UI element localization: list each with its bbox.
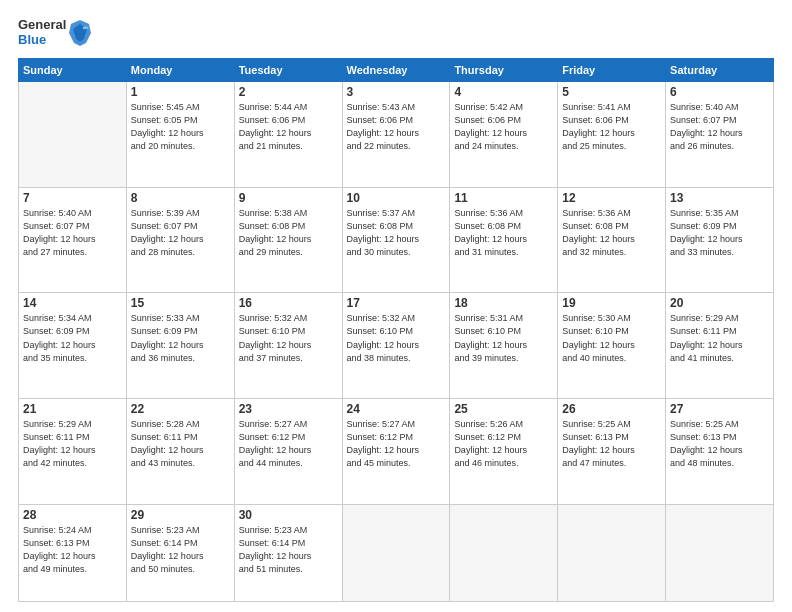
- calendar-cell: 26Sunrise: 5:25 AMSunset: 6:13 PMDayligh…: [558, 399, 666, 505]
- day-number: 22: [131, 402, 230, 416]
- calendar-cell: 23Sunrise: 5:27 AMSunset: 6:12 PMDayligh…: [234, 399, 342, 505]
- calendar-cell: 5Sunrise: 5:41 AMSunset: 6:06 PMDaylight…: [558, 81, 666, 187]
- calendar-cell: 9Sunrise: 5:38 AMSunset: 6:08 PMDaylight…: [234, 187, 342, 293]
- calendar-cell: [450, 505, 558, 602]
- day-info: Sunrise: 5:25 AMSunset: 6:13 PMDaylight:…: [562, 418, 661, 470]
- calendar-cell: 3Sunrise: 5:43 AMSunset: 6:06 PMDaylight…: [342, 81, 450, 187]
- calendar-cell: 19Sunrise: 5:30 AMSunset: 6:10 PMDayligh…: [558, 293, 666, 399]
- day-info: Sunrise: 5:31 AMSunset: 6:10 PMDaylight:…: [454, 312, 553, 364]
- calendar-cell: 16Sunrise: 5:32 AMSunset: 6:10 PMDayligh…: [234, 293, 342, 399]
- day-number: 15: [131, 296, 230, 310]
- calendar-cell: [558, 505, 666, 602]
- col-header-friday: Friday: [558, 58, 666, 81]
- day-info: Sunrise: 5:32 AMSunset: 6:10 PMDaylight:…: [347, 312, 446, 364]
- calendar-cell: 20Sunrise: 5:29 AMSunset: 6:11 PMDayligh…: [666, 293, 774, 399]
- day-number: 3: [347, 85, 446, 99]
- day-number: 6: [670, 85, 769, 99]
- day-number: 4: [454, 85, 553, 99]
- day-info: Sunrise: 5:30 AMSunset: 6:10 PMDaylight:…: [562, 312, 661, 364]
- day-number: 2: [239, 85, 338, 99]
- week-row: 1Sunrise: 5:45 AMSunset: 6:05 PMDaylight…: [19, 81, 774, 187]
- calendar-cell: 7Sunrise: 5:40 AMSunset: 6:07 PMDaylight…: [19, 187, 127, 293]
- calendar-cell: 1Sunrise: 5:45 AMSunset: 6:05 PMDaylight…: [126, 81, 234, 187]
- calendar-table: SundayMondayTuesdayWednesdayThursdayFrid…: [18, 58, 774, 602]
- calendar-cell: 29Sunrise: 5:23 AMSunset: 6:14 PMDayligh…: [126, 505, 234, 602]
- day-number: 26: [562, 402, 661, 416]
- calendar-cell: 15Sunrise: 5:33 AMSunset: 6:09 PMDayligh…: [126, 293, 234, 399]
- day-info: Sunrise: 5:28 AMSunset: 6:11 PMDaylight:…: [131, 418, 230, 470]
- col-header-thursday: Thursday: [450, 58, 558, 81]
- day-info: Sunrise: 5:35 AMSunset: 6:09 PMDaylight:…: [670, 207, 769, 259]
- day-info: Sunrise: 5:29 AMSunset: 6:11 PMDaylight:…: [23, 418, 122, 470]
- day-number: 21: [23, 402, 122, 416]
- calendar-cell: 4Sunrise: 5:42 AMSunset: 6:06 PMDaylight…: [450, 81, 558, 187]
- day-number: 7: [23, 191, 122, 205]
- calendar-cell: 18Sunrise: 5:31 AMSunset: 6:10 PMDayligh…: [450, 293, 558, 399]
- col-header-monday: Monday: [126, 58, 234, 81]
- calendar-cell: 6Sunrise: 5:40 AMSunset: 6:07 PMDaylight…: [666, 81, 774, 187]
- day-info: Sunrise: 5:33 AMSunset: 6:09 PMDaylight:…: [131, 312, 230, 364]
- day-info: Sunrise: 5:44 AMSunset: 6:06 PMDaylight:…: [239, 101, 338, 153]
- day-number: 18: [454, 296, 553, 310]
- day-info: Sunrise: 5:37 AMSunset: 6:08 PMDaylight:…: [347, 207, 446, 259]
- day-info: Sunrise: 5:29 AMSunset: 6:11 PMDaylight:…: [670, 312, 769, 364]
- calendar-cell: 12Sunrise: 5:36 AMSunset: 6:08 PMDayligh…: [558, 187, 666, 293]
- logo: General Blue: [18, 18, 91, 48]
- day-number: 30: [239, 508, 338, 522]
- col-header-tuesday: Tuesday: [234, 58, 342, 81]
- day-number: 29: [131, 508, 230, 522]
- page: General Blue SundayMondayTuesdayWednesda…: [0, 0, 792, 612]
- col-header-wednesday: Wednesday: [342, 58, 450, 81]
- calendar-cell: [666, 505, 774, 602]
- header-row: SundayMondayTuesdayWednesdayThursdayFrid…: [19, 58, 774, 81]
- calendar-cell: 2Sunrise: 5:44 AMSunset: 6:06 PMDaylight…: [234, 81, 342, 187]
- day-info: Sunrise: 5:34 AMSunset: 6:09 PMDaylight:…: [23, 312, 122, 364]
- week-row: 7Sunrise: 5:40 AMSunset: 6:07 PMDaylight…: [19, 187, 774, 293]
- day-info: Sunrise: 5:43 AMSunset: 6:06 PMDaylight:…: [347, 101, 446, 153]
- day-number: 19: [562, 296, 661, 310]
- logo-blue: Blue: [18, 33, 66, 48]
- day-number: 23: [239, 402, 338, 416]
- day-number: 27: [670, 402, 769, 416]
- day-info: Sunrise: 5:23 AMSunset: 6:14 PMDaylight:…: [239, 524, 338, 576]
- logo-general: General: [18, 18, 66, 33]
- calendar-cell: 24Sunrise: 5:27 AMSunset: 6:12 PMDayligh…: [342, 399, 450, 505]
- calendar-cell: 10Sunrise: 5:37 AMSunset: 6:08 PMDayligh…: [342, 187, 450, 293]
- week-row: 21Sunrise: 5:29 AMSunset: 6:11 PMDayligh…: [19, 399, 774, 505]
- day-info: Sunrise: 5:27 AMSunset: 6:12 PMDaylight:…: [239, 418, 338, 470]
- day-number: 28: [23, 508, 122, 522]
- calendar-cell: 22Sunrise: 5:28 AMSunset: 6:11 PMDayligh…: [126, 399, 234, 505]
- day-number: 1: [131, 85, 230, 99]
- day-info: Sunrise: 5:40 AMSunset: 6:07 PMDaylight:…: [23, 207, 122, 259]
- day-info: Sunrise: 5:23 AMSunset: 6:14 PMDaylight:…: [131, 524, 230, 576]
- day-info: Sunrise: 5:42 AMSunset: 6:06 PMDaylight:…: [454, 101, 553, 153]
- day-info: Sunrise: 5:40 AMSunset: 6:07 PMDaylight:…: [670, 101, 769, 153]
- day-number: 24: [347, 402, 446, 416]
- header: General Blue: [18, 18, 774, 48]
- day-number: 10: [347, 191, 446, 205]
- calendar-cell: 28Sunrise: 5:24 AMSunset: 6:13 PMDayligh…: [19, 505, 127, 602]
- day-number: 13: [670, 191, 769, 205]
- day-info: Sunrise: 5:45 AMSunset: 6:05 PMDaylight:…: [131, 101, 230, 153]
- calendar-cell: 8Sunrise: 5:39 AMSunset: 6:07 PMDaylight…: [126, 187, 234, 293]
- day-number: 9: [239, 191, 338, 205]
- calendar-cell: 30Sunrise: 5:23 AMSunset: 6:14 PMDayligh…: [234, 505, 342, 602]
- day-number: 8: [131, 191, 230, 205]
- calendar-cell: 25Sunrise: 5:26 AMSunset: 6:12 PMDayligh…: [450, 399, 558, 505]
- logo-icon: [69, 19, 91, 47]
- week-row: 28Sunrise: 5:24 AMSunset: 6:13 PMDayligh…: [19, 505, 774, 602]
- day-info: Sunrise: 5:27 AMSunset: 6:12 PMDaylight:…: [347, 418, 446, 470]
- day-number: 17: [347, 296, 446, 310]
- calendar-cell: 13Sunrise: 5:35 AMSunset: 6:09 PMDayligh…: [666, 187, 774, 293]
- calendar-cell: 14Sunrise: 5:34 AMSunset: 6:09 PMDayligh…: [19, 293, 127, 399]
- calendar-cell: 11Sunrise: 5:36 AMSunset: 6:08 PMDayligh…: [450, 187, 558, 293]
- calendar-cell: 27Sunrise: 5:25 AMSunset: 6:13 PMDayligh…: [666, 399, 774, 505]
- col-header-sunday: Sunday: [19, 58, 127, 81]
- day-number: 25: [454, 402, 553, 416]
- day-info: Sunrise: 5:26 AMSunset: 6:12 PMDaylight:…: [454, 418, 553, 470]
- day-number: 16: [239, 296, 338, 310]
- calendar-cell: [19, 81, 127, 187]
- day-info: Sunrise: 5:41 AMSunset: 6:06 PMDaylight:…: [562, 101, 661, 153]
- day-number: 5: [562, 85, 661, 99]
- day-info: Sunrise: 5:36 AMSunset: 6:08 PMDaylight:…: [562, 207, 661, 259]
